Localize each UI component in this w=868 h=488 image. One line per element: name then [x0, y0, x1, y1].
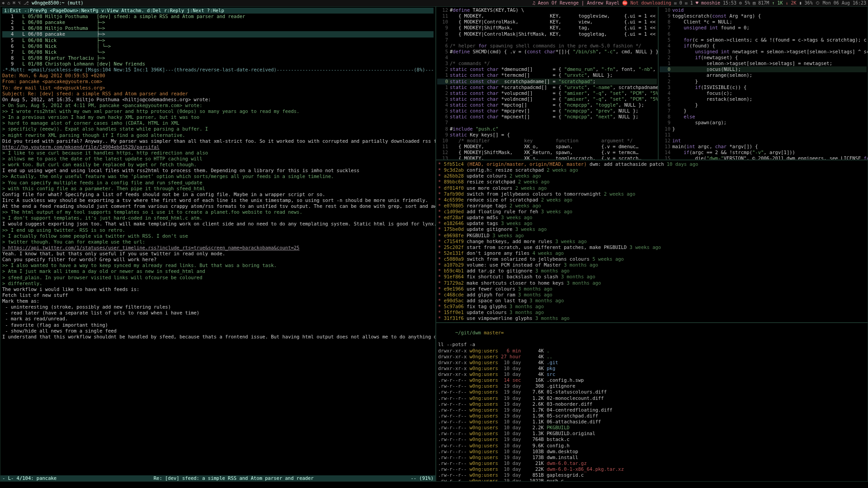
git-log-row[interactable]: * a107b29 volume: use PCM instead of Mas… [438, 262, 866, 268]
mail-body-line: > sfeed_plain. In your browser visited l… [2, 275, 434, 281]
git-log-row[interactable]: * 4c6599e reduce size of scratchpad 2 we… [438, 197, 866, 203]
git-log-row[interactable]: * c1d09ed add floating rule for feh 3 we… [438, 209, 866, 215]
git-log-pane[interactable]: * 5fb51c4 (HEAD, origin/master, origin/H… [436, 160, 868, 323]
ls-row: .rw-r--r-- w0ng:users 19 day 2.6K 03-nob… [438, 401, 866, 407]
prompt-cwd: ~/git/dwm [455, 330, 484, 335]
ls-row: .rw-r--r-- w0ng:users 10 day 21K dwm-6.0… [438, 460, 866, 466]
mutt-index-row[interactable]: 5 L 06/08 Nick ├─> [2, 38, 434, 43]
mutt-body[interactable]: On Aug 5, 2012, at 16:35, Hiltjo Posthum… [2, 97, 434, 340]
window-title: w0ng@e8500:~ (mutt) [32, 0, 83, 6]
git-log-row[interactable]: * e070805 rearrange tags 2 weeks ago [438, 203, 866, 209]
mail-body-line: >> Actually, the only useful feature was… [2, 174, 434, 179]
git-log-row[interactable]: * c7154f9 change hotkeys, add more rules… [438, 239, 866, 244]
mutt-index-row[interactable]: 9 L 01/08 Christoph Lohmann [dev] New fr… [2, 61, 434, 67]
mutt-footer-right: -- (91%) [410, 475, 434, 481]
git-log-row[interactable]: * 5fb51c4 (HEAD, origin/master, origin/H… [438, 161, 866, 167]
net-up: ↑ 1K [772, 0, 783, 6]
git-log-row[interactable]: * 5c97a06 fix tag glyphs 3 months ago [438, 304, 866, 310]
mail-count-2: ✉ 1 [685, 0, 693, 6]
url-link[interactable]: > https://api.twitter.com/1/statuses/use… [2, 245, 299, 250]
mutt-hdr-to: To: dev mail list <dev@suckless.org> [2, 85, 434, 91]
ls-row: .rw-r--r-- w0ng:users 10 day 9.6K config… [438, 443, 866, 449]
git-log-row[interactable]: * b59c4b1 add tar.gz to gitignore 3 mont… [438, 268, 866, 274]
ls-row: .rw-r--r-- w0ng:users 19 day 173B dwm.in… [438, 455, 866, 460]
git-log-row[interactable]: * edf28af update md5s 3 weeks ago [438, 215, 866, 221]
mail-body-line: > differently. [2, 281, 434, 286]
mail-body-line: - show/hide all news from a single feed [2, 328, 434, 334]
editor-config-h[interactable]: 12#define TAGKEYS(KEY,TAG) \11 { MODKEY,… [436, 6, 658, 160]
mutt-index-row[interactable]: 6 L 06/08 Nick │ └─> [2, 43, 434, 49]
mutt-footer: - L- 4/104: pancake Re: [dev] sfeed: a s… [0, 475, 435, 481]
mail-body-line: http://hg.youterm.com/mksend/file/14904e… [2, 144, 434, 150]
git-log-row[interactable]: * 31f31f6 use vimpowerline glyphs 3 mont… [438, 315, 866, 321]
torrent-widget: ⛔ Not downloading [622, 0, 671, 6]
ls-row: drwxr-xr-x w0ng:users 10 day 4K pkg [438, 366, 866, 371]
git-log-row[interactable]: * 9c3d2ab config.h: resize scratchpad 2 … [438, 167, 866, 173]
git-log-row[interactable]: * c5080a9 switch from solarized to jelly… [438, 256, 866, 262]
ls-row: .rw-r--r-- w0ng:users 19 day 308 .gitign… [438, 383, 866, 389]
mail-body-line: > On Sun, Aug 5, 2012 at 4:11 PM, pancak… [2, 103, 434, 108]
mail-body-line: The workflow i would like to have with f… [2, 286, 434, 292]
mutt-pane[interactable]: i:Exit -:PrevPg <PageDown>:NextPg v:View… [0, 6, 436, 482]
ls-row: .rw-r--r-- w0ng:users 14 sec 16K .config… [438, 377, 866, 383]
ls-row: .rw-r--r-- w0ng:users 19 day 764B bstack… [438, 436, 866, 442]
time-2: 16:23 [853, 0, 866, 6]
mail-body-line: Mark them as: [2, 298, 434, 304]
mail-body-line: Iirc A suckless way should be exporting … [2, 197, 434, 203]
ls-row: .rw-r--r-- w0ng:users 10 day 22K dwm-6.0… [438, 466, 866, 472]
mutt-index-row[interactable]: 7 L 06/08 Nick └─> [2, 49, 434, 55]
git-log-row[interactable]: * 52e131f don't ignore any files 4 weeks… [438, 250, 866, 256]
mutt-hdr-date: Date: Mon, 6 Aug 2012 00:59:53 +0200 [2, 73, 434, 79]
git-log-row[interactable]: * e9698fe PKGBUILD 3 weeks ago [438, 233, 866, 239]
mutt-index-row[interactable]: 2 L 06/08 pancake ├─> [2, 19, 434, 25]
editor-dwm-c[interactable]: 10void9togglescratch(const Arg *arg) {8 … [658, 6, 868, 160]
ws-tags[interactable]: ⎈ ⌂ ⌘ ⌥ ⎇ [2, 0, 29, 6]
git-log-row[interactable]: * e9e1966 use fewer colours 3 months ago [438, 286, 866, 292]
editor-buffer[interactable]: 10void9togglescratch(const Arg *arg) {8 … [659, 7, 868, 160]
mutt-tearbar: -*-Mutt: =gmail/suckless-dev [Msgs:104 N… [2, 67, 434, 73]
git-log-row[interactable]: * 175be0d update gitignore 3 weeks ago [438, 226, 866, 232]
mail-body-line: At the end a feed reading should just co… [2, 203, 434, 209]
mutt-index-row[interactable]: 8 L 05/08 Bjartur Thorlaciu ├─> [2, 55, 434, 61]
cpu-widget: ⚙ 5% [739, 0, 750, 6]
shell-pane[interactable]: ~/git/dwm master= ll --potsf -a drwxr-xr… [436, 323, 868, 482]
mail-body-line: Can you specify filter for words? Grep w… [2, 257, 434, 263]
mutt-index-row[interactable]: 3 L 06/08 Hiltjo Posthuma ├─> [2, 25, 434, 31]
git-log-row[interactable]: * 89bbc68 resize scratchpad 2 weeks ago [438, 179, 866, 185]
mutt-index-row[interactable]: 4 L 06/08 pancake ├─> [2, 31, 434, 37]
mail-body-line: > with this config file as a parameter. … [2, 186, 434, 192]
git-log-row[interactable]: * e90d5ac add space on last tag 3 months… [438, 298, 866, 304]
mail-body-line: - uninteresting (stroke, possibly add ne… [2, 304, 434, 310]
ls-row: .rw-r--r-- w0ng:users 19 day 1.9K 05-scr… [438, 413, 866, 419]
git-log-row[interactable]: * e182646 update tags 3 weeks ago [438, 221, 866, 226]
url-link[interactable]: http://hg.youterm.com/mksend/file/14904e… [2, 144, 160, 150]
shell-command: ll --potsf -a [438, 342, 866, 347]
git-log-row[interactable]: * 15ff0e1 update colours 3 months ago [438, 310, 866, 315]
ls-row: .rw-r--r-- w0ng:users 10 day 103B dwm.de… [438, 449, 866, 455]
mutt-footer-left: - L- 4/104: pancake [2, 475, 57, 481]
mail-body-line: On Aug 5, 2012, at 16:35, Hiltjo Posthum… [2, 97, 434, 103]
editor-buffer[interactable]: 12#define TAGKEYS(KEY,TAG) \11 { MODKEY,… [436, 7, 658, 160]
mutt-hdr-subj: Subject: Re: [dev] sfeed: a simple RSS a… [2, 91, 434, 97]
git-log-row[interactable]: * 7afb90d switch from jellybeans colours… [438, 191, 866, 197]
git-log-row[interactable]: * 71729a2 make shortcuts closer to home … [438, 280, 866, 286]
mail-body-line: > might rewrite XML parsing though if I … [2, 132, 434, 138]
mutt-footer-mid: Re: [dev] sfeed: a simple RSS and Atom p… [154, 475, 314, 481]
mail-body-line: Fetch list of new stuff [2, 292, 434, 298]
mutt-index-row[interactable]: 1 L 05/08 Hiltjo Posthuma [dev] sfeed: a… [2, 14, 434, 19]
mail-body-line: > I don't support templates, it's just h… [2, 215, 434, 221]
git-log-row[interactable]: * 25c202f start from scratch, use differ… [438, 244, 866, 250]
git-log-row[interactable]: * c468cde add glpyh for ram 3 months ago [438, 292, 866, 298]
git-log-row[interactable]: * 91ef864 fix shortcut: backslash to sla… [438, 274, 866, 280]
mail-body-line: > You can specify multiple feeds in a co… [2, 180, 434, 186]
mail-body-line: > https://api.twitter.com/1/statuses/use… [2, 245, 434, 251]
prompt-branch: master= [484, 330, 504, 335]
git-log-row[interactable]: * df014f0 use more colours 2 weeks ago [438, 185, 866, 191]
mail-body-line: > allows me to pass the date of the late… [2, 156, 434, 162]
mail-body-line: I end up using wget and using local file… [2, 168, 434, 174]
wm-statusbar: ⎈ ⌂ ⌘ ⌥ ⎇ w0ng@e8500:~ (mutt) ♫ Aeon Of … [0, 0, 868, 6]
mail-body-line: > twitter though. You can for example us… [2, 239, 434, 245]
git-log-row[interactable]: * a26bb28 update colours 2 weeks ago [438, 173, 866, 179]
mutt-index[interactable]: 1 L 05/08 Hiltjo Posthuma [dev] sfeed: a… [2, 14, 434, 67]
mail-body-line: Did you tried with parsifal? Anyway.. My… [2, 138, 434, 144]
